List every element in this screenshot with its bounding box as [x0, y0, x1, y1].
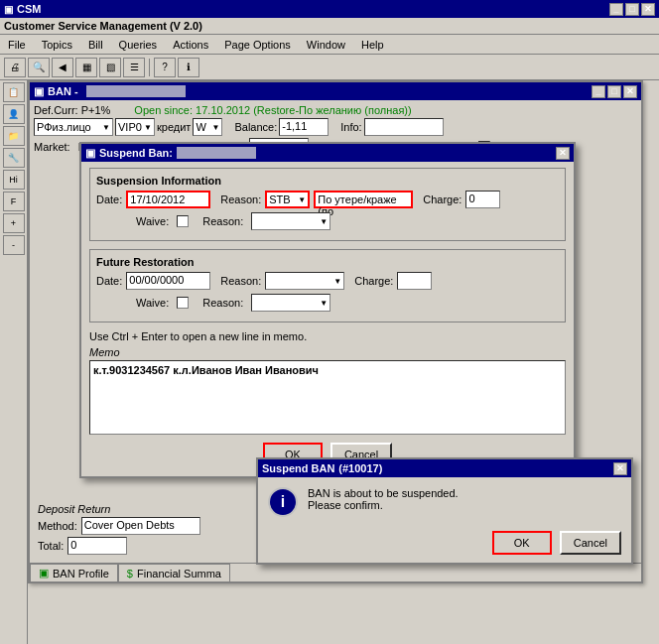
confirm-number: (#10017): [338, 462, 382, 474]
future-restoration-title: Future Restoration: [96, 256, 559, 268]
suspend-title: Suspend Ban:: [99, 147, 173, 159]
menu-topics[interactable]: Topics: [38, 38, 76, 52]
ban-minimize-button[interactable]: _: [592, 85, 605, 98]
open-since-value: Open since: 17.10.2012 (Restore-По желан…: [134, 104, 411, 116]
toolbar-separator: [149, 59, 150, 76]
sidebar: 📋 👤 📁 🔧 Hi F + -: [0, 80, 28, 644]
future-waive-row: Waive: Reason: ▼: [96, 294, 559, 312]
toolbar-btn-3[interactable]: ◀: [52, 58, 73, 77]
deposit-method-field[interactable]: Cover Open Debts: [81, 517, 200, 535]
menu-window[interactable]: Window: [303, 38, 349, 52]
waive-label: Waive:: [136, 215, 169, 227]
future-waive-checkbox[interactable]: [177, 297, 189, 309]
type-dropdown[interactable]: РФиз.лицо ▼: [34, 118, 113, 136]
toolbar-btn-5[interactable]: ▧: [99, 58, 121, 77]
w-dropdown[interactable]: W ▼: [193, 118, 222, 136]
date-input[interactable]: 17/10/2012: [126, 191, 210, 208]
future-charge-input[interactable]: [397, 272, 432, 290]
confirm-close-button[interactable]: ✕: [613, 462, 627, 475]
future-restoration-section: Future Restoration Date: 00/00/0000 Reas…: [89, 249, 566, 322]
toolbar-btn-2[interactable]: 🔍: [28, 58, 50, 77]
toolbar-btn-4[interactable]: ▦: [75, 58, 97, 77]
minimize-button[interactable]: _: [609, 3, 623, 16]
waive-checkbox[interactable]: [177, 215, 189, 227]
ban-window-title: BAN -: [48, 85, 78, 97]
info-field[interactable]: [364, 118, 444, 136]
menu-file[interactable]: File: [4, 38, 30, 52]
confirm-titlebar: Suspend BAN (#10017) ✕: [258, 459, 631, 477]
reason2-dropdown[interactable]: ▼: [251, 212, 330, 230]
close-button[interactable]: ✕: [641, 3, 655, 16]
ban-close-button[interactable]: ✕: [623, 85, 637, 98]
confirm-text-area: BAN is about to be suspended. Please con…: [308, 487, 459, 511]
future-date-row: Date: 00/00/0000 Reason: ▼ Charge:: [96, 272, 559, 290]
sidebar-btn-4[interactable]: 🔧: [3, 148, 25, 168]
charge-label: Charge:: [423, 193, 461, 205]
reason-text-input[interactable]: По утере/краже (по: [314, 191, 413, 208]
menu-actions[interactable]: Actions: [169, 38, 212, 52]
menu-bill[interactable]: Bill: [84, 38, 107, 52]
deposit-total-field[interactable]: 0: [67, 537, 127, 555]
vip-dropdown[interactable]: VIP0 ▼: [115, 118, 155, 136]
suspension-date-row: Date: 17/10/2012 Reason: STB ▼: [96, 191, 559, 208]
toolbar: 🖨 🔍 ◀ ▦ ▧ ☰ ? ℹ: [0, 55, 659, 80]
suspend-close-button[interactable]: ✕: [556, 147, 570, 160]
def-curr-label: Def.Curr: P+1%: [34, 104, 110, 116]
confirm-message-line1: BAN is about to be suspended.: [308, 487, 459, 499]
sidebar-btn-6[interactable]: F: [3, 192, 25, 211]
confirm-buttons: OK Cancel: [258, 527, 631, 563]
date-label: Date:: [96, 193, 122, 205]
maximize-button[interactable]: □: [625, 3, 639, 16]
app-titlebar: ▣ CSM _ □ ✕: [0, 0, 659, 18]
toolbar-btn-help[interactable]: ?: [154, 58, 176, 77]
ban-maximize-button[interactable]: □: [607, 85, 621, 98]
tab-ban-profile[interactable]: ▣ BAN Profile: [30, 564, 118, 581]
ctrl-hint: Use Ctrl + Enter to open a new line in m…: [89, 330, 566, 342]
toolbar-btn-6[interactable]: ☰: [123, 58, 145, 77]
future-reason2-dropdown-arrow: ▼: [320, 299, 328, 308]
type-dropdown-arrow: ▼: [102, 123, 110, 132]
confirm-title: Suspend BAN: [262, 462, 334, 474]
menu-page-options[interactable]: Page Options: [220, 38, 295, 52]
charge-input[interactable]: 0: [465, 191, 500, 208]
suspension-info-title: Suspension Information: [96, 175, 559, 187]
confirm-cancel-button[interactable]: Cancel: [560, 531, 621, 555]
memo-area[interactable]: к.т.9031234567 к.л.Иванов Иван Иванович: [89, 360, 566, 435]
future-date-input[interactable]: 00/00/0000: [126, 272, 210, 290]
app-full-title: Customer Service Management (V 2.0): [4, 20, 202, 32]
future-reason2-dropdown[interactable]: ▼: [251, 294, 330, 312]
confirm-content: i BAN is about to be suspended. Please c…: [258, 477, 631, 527]
info-label: Info:: [340, 121, 361, 133]
reason2-dropdown-arrow: ▼: [320, 217, 328, 226]
memo-text: к.т.9031234567 к.л.Иванов Иван Иванович: [93, 364, 562, 376]
confirm-ok-button[interactable]: OK: [492, 531, 552, 555]
toolbar-btn-info[interactable]: ℹ: [178, 58, 199, 77]
ban-profile-icon: ▣: [39, 567, 49, 580]
vip-dropdown-arrow: ▼: [144, 123, 152, 132]
confirm-info-icon: i: [268, 487, 298, 517]
content-area: ▣ BAN - _ □ ✕ Def.Curr: P+1% Open since:: [28, 80, 659, 644]
sidebar-btn-8[interactable]: -: [3, 235, 25, 255]
sidebar-btn-2[interactable]: 👤: [3, 104, 25, 124]
sidebar-btn-5[interactable]: Hi: [3, 170, 25, 190]
sidebar-btn-1[interactable]: 📋: [3, 82, 25, 102]
suspension-info-section: Suspension Information Date: 17/10/2012 …: [89, 168, 566, 241]
future-charge-label: Charge:: [354, 275, 393, 287]
credit-type-label: кредит: [157, 121, 191, 133]
suspend-dialog: ▣ Suspend Ban: ✕ Suspension Information: [79, 142, 576, 478]
sidebar-btn-3[interactable]: 📁: [3, 126, 25, 146]
toolbar-btn-1[interactable]: 🖨: [4, 58, 26, 77]
future-reason-dropdown[interactable]: ▼: [265, 272, 344, 290]
sidebar-btn-7[interactable]: +: [3, 213, 25, 233]
balance-field[interactable]: -1,11: [279, 118, 329, 136]
tab-strip: ▣ BAN Profile $ Financial Summa: [30, 563, 641, 581]
suspend-icon: ▣: [85, 147, 95, 160]
future-reason2-label: Reason:: [202, 297, 243, 309]
reason-dropdown[interactable]: STB ▼: [265, 191, 310, 208]
tab-financial-summary[interactable]: $ Financial Summa: [118, 564, 230, 581]
menu-queries[interactable]: Queries: [115, 38, 162, 52]
financial-summary-label: Financial Summa: [137, 568, 221, 580]
ban-titlebar: ▣ BAN - _ □ ✕: [30, 82, 641, 100]
reason-dropdown-arrow: ▼: [298, 195, 306, 204]
menu-help[interactable]: Help: [357, 38, 388, 52]
